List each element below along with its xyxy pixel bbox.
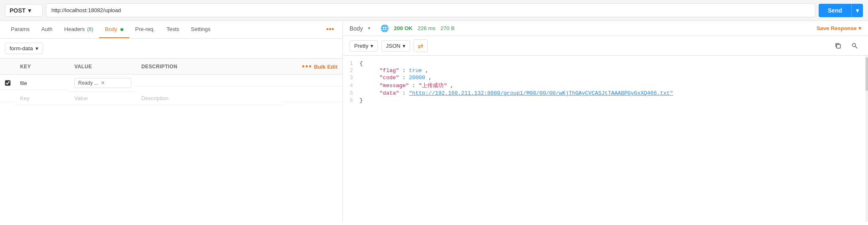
response-body-label: Body (350, 25, 363, 32)
search-button[interactable] (848, 39, 861, 52)
send-label: Send (819, 4, 851, 17)
col-desc: DESCRIPTION (136, 60, 284, 73)
scrollbar-thumb[interactable] (865, 57, 868, 91)
empty-desc-cell[interactable]: Description (136, 92, 284, 105)
copy-button[interactable] (831, 39, 845, 52)
empty-check-cell (0, 95, 15, 102)
top-bar: POST ▾ Send ▾ (0, 0, 868, 21)
bulk-edit-button[interactable]: Bulk Edit (314, 64, 337, 70)
json-val-data[interactable]: "http://192.168.211.132:8080/group1/M00/… (409, 90, 673, 96)
body-type-chevron: ▾ (36, 45, 38, 52)
col-key: KEY (15, 60, 69, 73)
json-val-code: 20000 (409, 75, 425, 81)
json-content-6: } (360, 97, 868, 103)
file-name: Ready ... (78, 80, 98, 86)
col-value: VALUE (69, 60, 136, 73)
format-chevron: ▾ (370, 43, 373, 49)
json-viewer-wrap: 1 { 2 "flag" : true , (343, 56, 868, 222)
scrollbar-track[interactable] (865, 56, 868, 222)
row-checkbox[interactable] (5, 80, 10, 86)
body-type-label: form-data (10, 45, 33, 52)
line-num-6: 6 (343, 98, 360, 103)
wrap-button[interactable]: ⇄ (414, 39, 428, 52)
json-val-message: "上传成功" (419, 83, 447, 89)
empty-value-placeholder: Value (74, 95, 88, 101)
table-more-icon[interactable]: ••• (302, 62, 312, 70)
row-actions-cell (284, 80, 342, 87)
json-line-5: 5 "data" : "http://192.168.211.132:8080/… (343, 90, 868, 97)
method-select[interactable]: POST ▾ (5, 4, 43, 17)
json-line-2: 2 "flag" : true , (343, 67, 868, 74)
format-select[interactable]: Pretty ▾ (350, 40, 378, 52)
type-select[interactable]: JSON ▾ (381, 40, 410, 52)
wrap-icon: ⇄ (418, 42, 423, 50)
json-viewer: 1 { 2 "flag" : true , (343, 56, 868, 108)
tab-tests[interactable]: Tests (161, 21, 185, 38)
body-type-select[interactable]: form-data ▾ (5, 43, 43, 54)
row-value-cell: Ready ... ✕ (69, 75, 136, 92)
response-body-chevron[interactable]: ▾ (368, 26, 370, 31)
line-num-5: 5 (343, 91, 360, 96)
main-layout: Params Auth Headers (8) Body Pre-req. Te… (0, 21, 868, 222)
svg-line-2 (855, 47, 858, 49)
col-check (0, 63, 15, 70)
send-arrow-icon[interactable]: ▾ (851, 4, 863, 17)
line-num-1: 1 (343, 61, 360, 67)
headers-badge: (8) (87, 26, 93, 32)
type-label: JSON (386, 43, 401, 49)
response-status: 200 OK (394, 25, 413, 31)
empty-actions-cell (284, 95, 342, 102)
empty-table-row: Key Value Description (0, 92, 342, 105)
url-input[interactable] (46, 3, 815, 17)
response-toolbar: Pretty ▾ JSON ▾ ⇄ (343, 36, 868, 56)
empty-desc-placeholder: Description (141, 95, 168, 101)
response-size: 270 B (440, 25, 454, 31)
tabs-more-icon[interactable]: ••• (323, 22, 337, 37)
method-chevron: ▾ (28, 7, 31, 14)
json-content-3: "code" : 20000 , (360, 75, 868, 81)
json-content-4: "message" : "上传成功" , (360, 82, 868, 89)
tab-headers[interactable]: Headers (8) (59, 21, 99, 38)
tab-prereq[interactable]: Pre-req. (129, 21, 161, 38)
body-dot (120, 28, 123, 31)
response-time: 226 ms (418, 25, 436, 31)
file-remove-icon[interactable]: ✕ (101, 80, 105, 86)
json-line-6: 6 } (343, 97, 868, 104)
line-num-4: 4 (343, 83, 360, 89)
line-num-3: 3 (343, 75, 360, 81)
globe-icon: 🌐 (380, 24, 389, 32)
json-line-1: 1 { (343, 60, 868, 67)
json-key-message: "message" (380, 83, 409, 89)
empty-key-cell[interactable]: Key (15, 92, 69, 105)
row-desc-cell (136, 80, 284, 87)
col-actions: ••• Bulk Edit (284, 59, 342, 74)
tab-auth[interactable]: Auth (36, 21, 59, 38)
left-panel: Params Auth Headers (8) Body Pre-req. Te… (0, 21, 343, 222)
row-key-value: file (20, 80, 27, 86)
copy-icon (835, 42, 841, 49)
tabs-row: Params Auth Headers (8) Body Pre-req. Te… (0, 21, 342, 39)
json-content-2: "flag" : true , (360, 67, 868, 74)
empty-value-cell[interactable]: Value (69, 92, 136, 105)
right-panel: Body ▾ 🌐 200 OK 226 ms 270 B Save Respon… (343, 21, 868, 222)
format-label: Pretty (354, 43, 368, 49)
table-row: file Ready ... ✕ (0, 75, 342, 92)
row-check-cell (0, 76, 15, 90)
json-val-flag: true (409, 67, 422, 74)
json-content-5: "data" : "http://192.168.211.132:8080/gr… (360, 90, 868, 96)
type-chevron: ▾ (403, 43, 406, 49)
save-response-label: Save Response (817, 25, 857, 31)
tab-params[interactable]: Params (5, 21, 36, 38)
send-button[interactable]: Send ▾ (819, 4, 863, 17)
tab-body[interactable]: Body (99, 21, 129, 38)
json-key-flag: "flag" (380, 67, 399, 74)
empty-key-placeholder: Key (20, 95, 29, 101)
file-value-display: Ready ... ✕ (74, 78, 131, 88)
method-label: POST (10, 7, 26, 14)
json-line-3: 3 "code" : 20000 , (343, 74, 868, 81)
svg-rect-0 (837, 44, 840, 48)
save-response-button[interactable]: Save Response ▾ (817, 25, 861, 31)
tab-settings[interactable]: Settings (185, 21, 217, 38)
form-data-table: KEY VALUE DESCRIPTION ••• Bulk Edit (0, 59, 342, 222)
json-key-code: "code" (380, 75, 399, 81)
